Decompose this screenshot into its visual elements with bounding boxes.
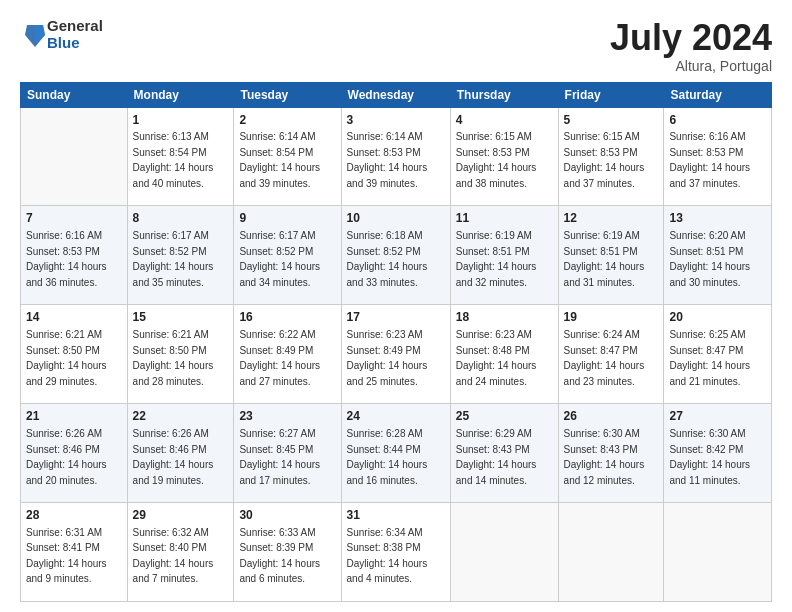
day-info: Sunrise: 6:23 AMSunset: 8:48 PMDaylight:… (456, 329, 537, 387)
day-number: 4 (456, 112, 553, 129)
header-thursday: Thursday (450, 82, 558, 107)
day-number: 29 (133, 507, 229, 524)
table-row: 11Sunrise: 6:19 AMSunset: 8:51 PMDayligh… (450, 206, 558, 305)
day-number: 28 (26, 507, 122, 524)
day-number: 26 (564, 408, 659, 425)
table-row: 20Sunrise: 6:25 AMSunset: 8:47 PMDayligh… (664, 305, 772, 404)
day-info: Sunrise: 6:28 AMSunset: 8:44 PMDaylight:… (347, 428, 428, 486)
table-row: 26Sunrise: 6:30 AMSunset: 8:43 PMDayligh… (558, 404, 664, 503)
logo: General Blue (20, 18, 103, 51)
calendar-week-row: 7Sunrise: 6:16 AMSunset: 8:53 PMDaylight… (21, 206, 772, 305)
table-row (664, 503, 772, 602)
day-info: Sunrise: 6:17 AMSunset: 8:52 PMDaylight:… (133, 230, 214, 288)
location-subtitle: Altura, Portugal (610, 58, 772, 74)
day-number: 12 (564, 210, 659, 227)
day-number: 24 (347, 408, 445, 425)
day-number: 22 (133, 408, 229, 425)
table-row: 4Sunrise: 6:15 AMSunset: 8:53 PMDaylight… (450, 107, 558, 206)
day-info: Sunrise: 6:33 AMSunset: 8:39 PMDaylight:… (239, 527, 320, 585)
logo-text: General Blue (47, 18, 103, 51)
table-row: 30Sunrise: 6:33 AMSunset: 8:39 PMDayligh… (234, 503, 341, 602)
header-saturday: Saturday (664, 82, 772, 107)
table-row: 3Sunrise: 6:14 AMSunset: 8:53 PMDaylight… (341, 107, 450, 206)
day-info: Sunrise: 6:22 AMSunset: 8:49 PMDaylight:… (239, 329, 320, 387)
table-row: 12Sunrise: 6:19 AMSunset: 8:51 PMDayligh… (558, 206, 664, 305)
table-row: 7Sunrise: 6:16 AMSunset: 8:53 PMDaylight… (21, 206, 128, 305)
day-number: 19 (564, 309, 659, 326)
day-number: 30 (239, 507, 335, 524)
table-row: 13Sunrise: 6:20 AMSunset: 8:51 PMDayligh… (664, 206, 772, 305)
header: General Blue July 2024 Altura, Portugal (20, 18, 772, 74)
day-info: Sunrise: 6:19 AMSunset: 8:51 PMDaylight:… (456, 230, 537, 288)
day-number: 16 (239, 309, 335, 326)
day-info: Sunrise: 6:26 AMSunset: 8:46 PMDaylight:… (26, 428, 107, 486)
day-number: 31 (347, 507, 445, 524)
calendar-week-row: 21Sunrise: 6:26 AMSunset: 8:46 PMDayligh… (21, 404, 772, 503)
day-info: Sunrise: 6:16 AMSunset: 8:53 PMDaylight:… (26, 230, 107, 288)
day-info: Sunrise: 6:18 AMSunset: 8:52 PMDaylight:… (347, 230, 428, 288)
table-row: 16Sunrise: 6:22 AMSunset: 8:49 PMDayligh… (234, 305, 341, 404)
logo-blue-text: Blue (47, 35, 103, 52)
day-number: 18 (456, 309, 553, 326)
table-row: 18Sunrise: 6:23 AMSunset: 8:48 PMDayligh… (450, 305, 558, 404)
header-sunday: Sunday (21, 82, 128, 107)
table-row: 31Sunrise: 6:34 AMSunset: 8:38 PMDayligh… (341, 503, 450, 602)
header-wednesday: Wednesday (341, 82, 450, 107)
day-number: 7 (26, 210, 122, 227)
day-number: 11 (456, 210, 553, 227)
day-info: Sunrise: 6:29 AMSunset: 8:43 PMDaylight:… (456, 428, 537, 486)
day-info: Sunrise: 6:15 AMSunset: 8:53 PMDaylight:… (564, 131, 645, 189)
title-block: July 2024 Altura, Portugal (610, 18, 772, 74)
day-number: 10 (347, 210, 445, 227)
day-info: Sunrise: 6:14 AMSunset: 8:53 PMDaylight:… (347, 131, 428, 189)
day-number: 15 (133, 309, 229, 326)
calendar-table: Sunday Monday Tuesday Wednesday Thursday… (20, 82, 772, 602)
day-number: 1 (133, 112, 229, 129)
table-row: 22Sunrise: 6:26 AMSunset: 8:46 PMDayligh… (127, 404, 234, 503)
table-row: 15Sunrise: 6:21 AMSunset: 8:50 PMDayligh… (127, 305, 234, 404)
page: General Blue July 2024 Altura, Portugal … (0, 0, 792, 612)
day-number: 25 (456, 408, 553, 425)
table-row: 25Sunrise: 6:29 AMSunset: 8:43 PMDayligh… (450, 404, 558, 503)
calendar-header-row: Sunday Monday Tuesday Wednesday Thursday… (21, 82, 772, 107)
table-row: 10Sunrise: 6:18 AMSunset: 8:52 PMDayligh… (341, 206, 450, 305)
day-info: Sunrise: 6:14 AMSunset: 8:54 PMDaylight:… (239, 131, 320, 189)
day-number: 20 (669, 309, 766, 326)
calendar-week-row: 28Sunrise: 6:31 AMSunset: 8:41 PMDayligh… (21, 503, 772, 602)
day-info: Sunrise: 6:34 AMSunset: 8:38 PMDaylight:… (347, 527, 428, 585)
day-number: 6 (669, 112, 766, 129)
table-row: 19Sunrise: 6:24 AMSunset: 8:47 PMDayligh… (558, 305, 664, 404)
day-number: 2 (239, 112, 335, 129)
table-row: 14Sunrise: 6:21 AMSunset: 8:50 PMDayligh… (21, 305, 128, 404)
day-number: 17 (347, 309, 445, 326)
logo-icon (23, 21, 47, 49)
table-row: 17Sunrise: 6:23 AMSunset: 8:49 PMDayligh… (341, 305, 450, 404)
table-row: 1Sunrise: 6:13 AMSunset: 8:54 PMDaylight… (127, 107, 234, 206)
day-info: Sunrise: 6:17 AMSunset: 8:52 PMDaylight:… (239, 230, 320, 288)
day-info: Sunrise: 6:16 AMSunset: 8:53 PMDaylight:… (669, 131, 750, 189)
day-info: Sunrise: 6:13 AMSunset: 8:54 PMDaylight:… (133, 131, 214, 189)
day-info: Sunrise: 6:30 AMSunset: 8:43 PMDaylight:… (564, 428, 645, 486)
day-info: Sunrise: 6:21 AMSunset: 8:50 PMDaylight:… (133, 329, 214, 387)
day-info: Sunrise: 6:24 AMSunset: 8:47 PMDaylight:… (564, 329, 645, 387)
table-row: 27Sunrise: 6:30 AMSunset: 8:42 PMDayligh… (664, 404, 772, 503)
table-row: 28Sunrise: 6:31 AMSunset: 8:41 PMDayligh… (21, 503, 128, 602)
header-monday: Monday (127, 82, 234, 107)
table-row (558, 503, 664, 602)
calendar-week-row: 14Sunrise: 6:21 AMSunset: 8:50 PMDayligh… (21, 305, 772, 404)
table-row: 2Sunrise: 6:14 AMSunset: 8:54 PMDaylight… (234, 107, 341, 206)
day-number: 27 (669, 408, 766, 425)
table-row (21, 107, 128, 206)
day-info: Sunrise: 6:27 AMSunset: 8:45 PMDaylight:… (239, 428, 320, 486)
header-tuesday: Tuesday (234, 82, 341, 107)
day-number: 5 (564, 112, 659, 129)
day-number: 3 (347, 112, 445, 129)
day-info: Sunrise: 6:20 AMSunset: 8:51 PMDaylight:… (669, 230, 750, 288)
table-row (450, 503, 558, 602)
table-row: 6Sunrise: 6:16 AMSunset: 8:53 PMDaylight… (664, 107, 772, 206)
day-info: Sunrise: 6:30 AMSunset: 8:42 PMDaylight:… (669, 428, 750, 486)
day-number: 13 (669, 210, 766, 227)
day-info: Sunrise: 6:23 AMSunset: 8:49 PMDaylight:… (347, 329, 428, 387)
header-friday: Friday (558, 82, 664, 107)
table-row: 23Sunrise: 6:27 AMSunset: 8:45 PMDayligh… (234, 404, 341, 503)
